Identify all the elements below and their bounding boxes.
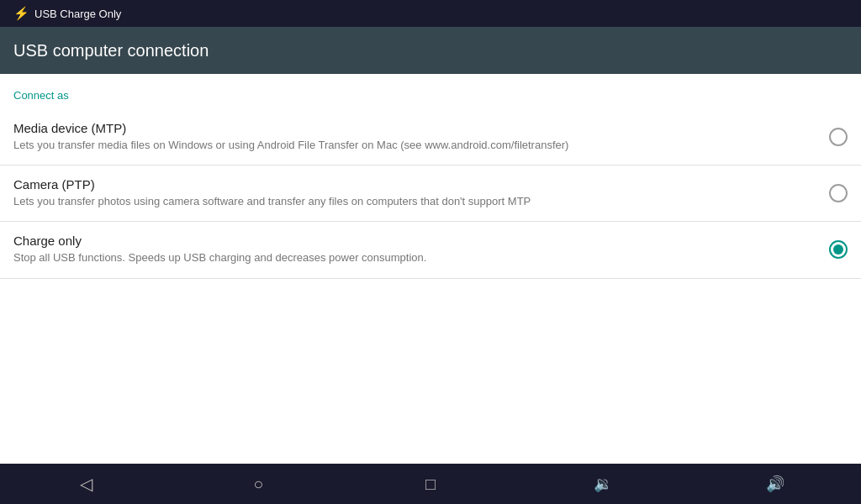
usb-icon: ⚡ (13, 6, 29, 21)
volume-down-button[interactable]: 🔉 (569, 464, 637, 504)
radio-inner-dot (833, 244, 843, 255)
option-ptp-text: Camera (PTP) Lets you transfer photos us… (13, 177, 822, 209)
back-icon: ◁ (80, 474, 92, 494)
option-mtp-desc: Lets you transfer media files on Windows… (13, 138, 822, 153)
home-button[interactable]: ○ (224, 464, 292, 504)
option-ptp[interactable]: Camera (PTP) Lets you transfer photos us… (0, 165, 861, 222)
recents-button[interactable]: □ (397, 464, 464, 504)
option-charge-title: Charge only (13, 234, 822, 248)
section-header: Connect as (0, 74, 861, 109)
option-mtp-text: Media device (MTP) Lets you transfer med… (13, 121, 822, 153)
volume-down-icon: 🔉 (594, 475, 612, 493)
volume-up-icon: 🔊 (766, 475, 784, 493)
option-mtp-radio[interactable] (829, 128, 848, 146)
option-charge-text: Charge only Stop all USB functions. Spee… (13, 234, 822, 265)
option-ptp-title: Camera (PTP) (13, 177, 822, 192)
page-title: USB computer connection (13, 41, 209, 60)
option-charge-radio[interactable] (829, 240, 848, 259)
section-title: Connect as (13, 89, 69, 102)
volume-up-button[interactable]: 🔊 (742, 464, 809, 504)
status-bar: ⚡ USB Charge Only (0, 0, 861, 27)
home-icon: ○ (253, 475, 263, 494)
option-ptp-desc: Lets you transfer photos using camera so… (13, 194, 822, 209)
app-header: USB computer connection (0, 27, 861, 74)
content-area: Connect as Media device (MTP) Lets you t… (0, 74, 861, 279)
option-charge-desc: Stop all USB functions. Speeds up USB ch… (13, 250, 822, 265)
option-ptp-radio[interactable] (829, 184, 848, 202)
option-charge[interactable]: Charge only Stop all USB functions. Spee… (0, 222, 861, 278)
status-bar-title: USB Charge Only (34, 8, 121, 20)
option-mtp-title: Media device (MTP) (13, 121, 822, 135)
back-button[interactable]: ◁ (52, 464, 119, 504)
recents-icon: □ (425, 475, 436, 494)
navigation-bar: ◁ ○ □ 🔉 🔊 (0, 464, 861, 504)
option-mtp[interactable]: Media device (MTP) Lets you transfer med… (0, 109, 861, 165)
